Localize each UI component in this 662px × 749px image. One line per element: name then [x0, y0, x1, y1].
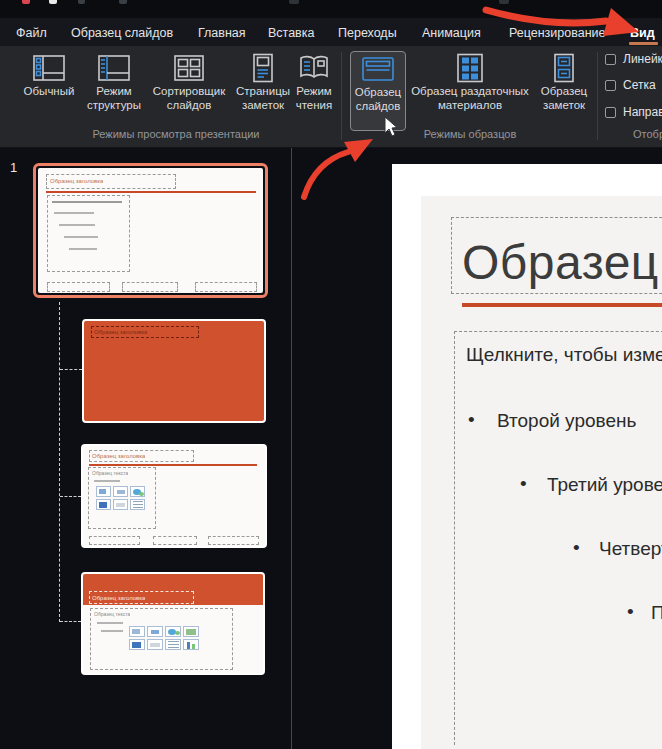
annotation-arrow-to-slide-master-button	[304, 152, 348, 197]
thumb-title-placeholder: Образец заголовка	[89, 450, 194, 462]
slide-title-text: Образец за	[462, 235, 662, 290]
button-label: Режим структуры	[84, 85, 144, 112]
thumb-date-placeholder	[47, 282, 110, 292]
thumb-date-placeholder	[89, 536, 140, 545]
title-accent-rule	[462, 303, 662, 307]
tab-insert[interactable]: Вставка	[268, 26, 314, 40]
notes-page-button[interactable]: Страницы заметок	[234, 51, 292, 131]
thumb-body-placeholder: Образец текста	[90, 608, 233, 670]
button-label: Страницы заметок	[234, 85, 292, 112]
panel-divider[interactable]	[291, 148, 292, 749]
button-label: Образец раздаточных материалов	[408, 85, 532, 112]
text-line-decoration	[97, 622, 123, 624]
level3-text: Третий уровень	[547, 474, 662, 496]
powerpoint-window: Файл Образец слайдов Главная Вставка Пер…	[0, 0, 662, 749]
ribbon-group-separator	[341, 52, 342, 140]
tab-slide-master[interactable]: Образец слайдов	[71, 26, 173, 40]
tab-file[interactable]: Файл	[16, 26, 47, 40]
tab-transitions[interactable]: Переходы	[338, 26, 397, 40]
thumbnail-title-content-layout[interactable]: Образец заголовка Образец текста	[81, 444, 267, 548]
ribbon-group-separator	[597, 52, 598, 140]
tab-view[interactable]: Вид	[630, 26, 655, 40]
thumb-title-text: Образец заголовка	[92, 453, 145, 460]
text-line-decoration	[64, 236, 98, 238]
slide-sorter-icon	[173, 51, 205, 85]
group-label-presentation-views: Режимы просмотра презентации	[16, 128, 336, 140]
thumb-title-text: Образец заголовка	[94, 329, 147, 336]
titlebar-fragment-icon	[49, 0, 57, 4]
thumbnail-section-layout[interactable]: Образец заголовка Образец текста	[81, 572, 265, 675]
gridlines-checkbox[interactable]: Сетка	[605, 78, 656, 92]
text-line-decoration	[69, 248, 97, 250]
thumb-title-placeholder: Образец заголовка	[89, 591, 194, 604]
text-line-decoration	[54, 212, 94, 214]
tab-home[interactable]: Главная	[198, 26, 246, 40]
level5-text: Пятый	[651, 602, 662, 624]
slide-master-icon	[361, 52, 395, 86]
slide-master-button[interactable]: Образец слайдов	[350, 51, 406, 131]
checkbox-icon	[605, 80, 616, 91]
titlebar-fragment-icon	[78, 0, 85, 4]
titlebar-fragment-icon	[499, 0, 509, 4]
thumb-title-rule	[89, 464, 257, 466]
reading-view-button[interactable]: Режим чтения	[290, 51, 338, 131]
group-label-show: Отображение	[633, 128, 662, 140]
checkbox-label: Сетка	[623, 78, 656, 92]
handout-master-button[interactable]: Образец раздаточных материалов	[408, 51, 532, 131]
thumb-slidenumber-placeholder	[208, 536, 259, 545]
button-label: Образец слайдов	[351, 86, 405, 113]
ruler-checkbox[interactable]: Линейка	[605, 52, 662, 66]
button-label: Образец заметок	[536, 85, 592, 112]
text-line-decoration	[101, 630, 123, 632]
tab-animations[interactable]: Анимация	[422, 26, 481, 40]
bullet-marker: •	[573, 537, 580, 559]
thumb-content-placeholder: Образец текста	[88, 467, 156, 529]
level2-text: Второй уровень	[497, 410, 636, 432]
layout-tree-line	[60, 621, 81, 622]
ribbon: Обычный Режим структуры	[0, 46, 662, 148]
normal-view-button[interactable]: Обычный	[16, 51, 82, 131]
thumb-footer-placeholder	[153, 536, 197, 545]
slide-sorter-button[interactable]: Сортировщик слайдов	[146, 51, 232, 131]
thumb-title-text: Образец заголовка	[92, 595, 145, 602]
handout-master-icon	[456, 51, 484, 85]
checkbox-icon	[605, 107, 616, 118]
bullet-marker: •	[468, 409, 475, 431]
thumb-body-placeholder	[47, 195, 130, 272]
text-line-decoration	[59, 224, 95, 226]
thumb-body-text: Образец текста	[92, 470, 128, 477]
checkbox-label: Направляющие	[623, 105, 662, 119]
thumb-title-placeholder: Образец заголовка	[91, 326, 199, 338]
text-line-decoration	[52, 201, 122, 203]
normal-view-icon	[32, 51, 66, 85]
notes-master-button[interactable]: Образец заметок	[536, 51, 592, 131]
thumb-title-rule	[46, 191, 256, 193]
thumbnail-slide-master[interactable]: Образец заголовка	[33, 163, 268, 298]
layout-tree-line	[60, 496, 81, 497]
title-bar	[0, 0, 662, 18]
titlebar-fragment-icon	[119, 0, 127, 4]
thumb-body-text: Образец текста	[94, 611, 130, 618]
text-line-decoration	[94, 480, 120, 482]
checkbox-label: Линейка	[623, 52, 662, 66]
thumb-slidenumber-placeholder	[195, 282, 257, 292]
content-placeholder-icons	[129, 626, 199, 650]
notes-page-icon	[251, 51, 275, 85]
outline-view-button[interactable]: Режим структуры	[84, 51, 144, 131]
titlebar-fragment-icon	[289, 0, 299, 4]
checkbox-icon	[605, 54, 616, 65]
button-label: Сортировщик слайдов	[146, 85, 232, 112]
notes-master-icon	[552, 51, 576, 85]
thumb-title-placeholder: Образец заголовка	[46, 174, 176, 189]
bullet-marker: •	[520, 473, 527, 495]
outline-view-icon	[97, 51, 131, 85]
thumbnail-title-slide-layout[interactable]: Образец заголовка	[82, 319, 266, 423]
ribbon-tab-bar: Файл Образец слайдов Главная Вставка Пер…	[0, 18, 662, 46]
reading-view-icon	[298, 51, 330, 85]
layout-tree-line	[60, 369, 82, 370]
guides-checkbox[interactable]: Направляющие	[605, 105, 662, 119]
content-placeholder-icons	[96, 486, 145, 510]
layout-tree-line	[59, 302, 60, 622]
tab-review[interactable]: Рецензирование	[509, 26, 606, 40]
body-intro-text: Щелкните, чтобы измени	[466, 344, 662, 366]
